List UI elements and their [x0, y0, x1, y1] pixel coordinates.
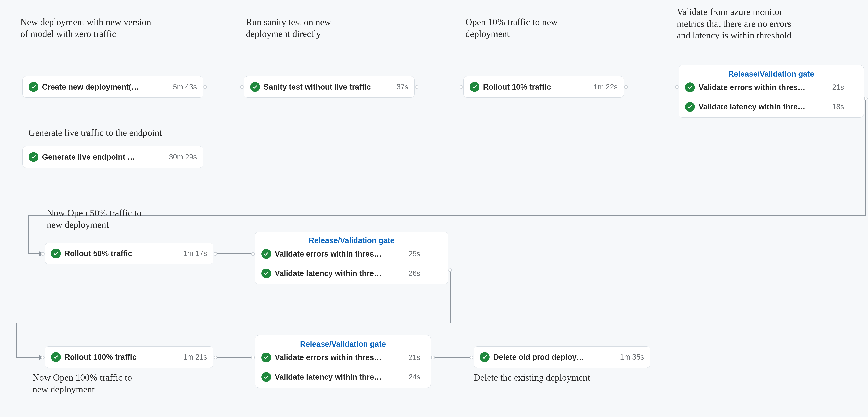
step-label: Validate errors within thres… — [699, 83, 829, 92]
step-duration: 24s — [408, 373, 420, 381]
step-generate-traffic[interactable]: Generate live endpoint … 30m 29s — [22, 146, 203, 168]
success-icon — [51, 352, 61, 362]
connector-dot — [214, 356, 217, 359]
success-icon — [250, 82, 260, 92]
note-delete: Delete the existing deployment — [473, 372, 656, 384]
step-label: Validate errors within thres… — [275, 353, 405, 362]
gate-after-50[interactable]: Release/Validation gate Validate errors … — [255, 231, 448, 284]
gate-after-100[interactable]: Release/Validation gate Validate errors … — [255, 335, 431, 388]
step-label: Sanity test without live traffic — [264, 83, 393, 91]
step-duration: 1m 17s — [183, 249, 207, 258]
connector-dot — [431, 356, 435, 359]
note-open-100: Now Open 100% traffic to new deployment — [33, 372, 191, 395]
connector-dot — [251, 356, 255, 359]
note-sanity: Run sanity test on new deployment direct… — [246, 16, 404, 40]
connector-dot — [470, 356, 473, 359]
step-duration: 30m 29s — [169, 153, 197, 161]
connector-dot — [240, 85, 244, 89]
step-duration: 37s — [397, 83, 408, 91]
connector-dot — [624, 85, 628, 89]
success-icon — [29, 152, 38, 162]
step-rollout-100[interactable]: Rollout 100% traffic 1m 21s — [45, 346, 213, 368]
step-delete-old[interactable]: Delete old prod deploy… 1m 35s — [473, 346, 650, 368]
connector-dot — [41, 356, 44, 359]
step-duration: 5m 43s — [173, 83, 197, 91]
step-label: Generate live endpoint … — [42, 153, 165, 161]
pipeline-diagram: New deployment with new version of model… — [0, 0, 868, 417]
step-sanity-test[interactable]: Sanity test without live traffic 37s — [244, 76, 414, 98]
step-duration: 1m 35s — [620, 353, 644, 361]
connector-dot — [251, 252, 255, 256]
step-duration: 18s — [832, 103, 844, 111]
gate-header: Release/Validation gate — [685, 70, 858, 78]
step-duration: 21s — [408, 353, 420, 362]
note-open-50: Now Open 50% traffic to new deployment — [47, 207, 205, 230]
success-icon — [685, 102, 695, 112]
gate-header: Release/Validation gate — [261, 340, 425, 349]
step-duration: 1m 21s — [183, 353, 207, 361]
step-rollout-10[interactable]: Rollout 10% traffic 1m 22s — [463, 76, 624, 98]
step-label: Validate latency within thre… — [275, 373, 405, 381]
step-duration: 1m 22s — [594, 83, 618, 91]
success-icon — [480, 352, 490, 362]
success-icon — [261, 249, 271, 259]
note-open-10: Open 10% traffic to new deployment — [465, 16, 624, 40]
note-generate-traffic: Generate live traffic to the endpoint — [28, 127, 232, 139]
success-icon — [261, 353, 271, 362]
step-duration: 26s — [408, 269, 420, 278]
step-label: Rollout 100% traffic — [64, 353, 180, 361]
step-label: Delete old prod deploy… — [493, 353, 616, 361]
step-label: Validate errors within thres… — [275, 250, 405, 258]
gate-header: Release/Validation gate — [261, 236, 442, 245]
step-label: Create new deployment(… — [42, 83, 169, 91]
gate-after-10[interactable]: Release/Validation gate Validate errors … — [679, 65, 864, 118]
connector-dot — [204, 85, 207, 89]
connector-dot — [41, 252, 44, 256]
success-icon — [470, 82, 479, 92]
success-icon — [261, 268, 271, 278]
step-duration: 21s — [832, 83, 844, 92]
connector-dot — [460, 85, 463, 89]
step-label: Rollout 10% traffic — [483, 83, 590, 91]
success-icon — [51, 249, 61, 258]
connector-dot — [214, 252, 217, 256]
step-create-deployment[interactable]: Create new deployment(… 5m 43s — [22, 76, 203, 98]
step-duration: 25s — [408, 250, 420, 258]
connector-dot — [864, 97, 868, 100]
connector-dot — [675, 85, 679, 89]
step-label: Validate latency within thre… — [275, 269, 405, 278]
note-new-deployment: New deployment with new version of model… — [20, 16, 223, 40]
success-icon — [261, 372, 271, 382]
connector-dot — [415, 85, 418, 89]
step-label: Validate latency within thre… — [699, 103, 829, 111]
step-label: Rollout 50% traffic — [64, 249, 180, 258]
success-icon — [29, 82, 38, 92]
note-validate-metrics: Validate from azure monitor metrics that… — [677, 6, 864, 41]
success-icon — [685, 83, 695, 92]
connector-dot — [448, 268, 452, 272]
step-rollout-50[interactable]: Rollout 50% traffic 1m 17s — [45, 243, 213, 264]
